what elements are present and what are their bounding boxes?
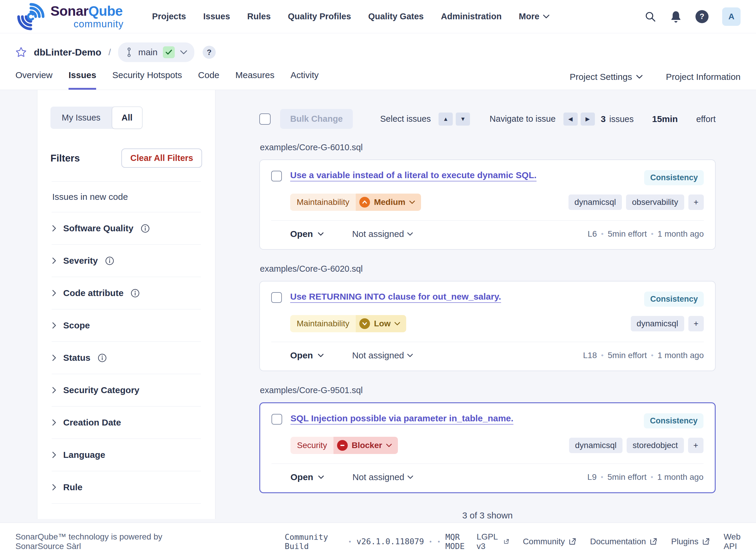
- tab-measures[interactable]: Measures: [235, 70, 274, 90]
- sonarqube-logo[interactable]: SonarQube community: [16, 1, 124, 32]
- filter-section-security-category[interactable]: Security Category: [50, 374, 202, 406]
- status-dropdown[interactable]: Open: [291, 472, 324, 482]
- issues-in-new-code[interactable]: Issues in new code: [50, 182, 202, 212]
- nav-item-quality-gates[interactable]: Quality Gates: [368, 12, 424, 21]
- issue-effort: 5min effort: [608, 351, 647, 360]
- nav-item-quality-profiles[interactable]: Quality Profiles: [288, 12, 351, 21]
- chevron-down-icon: [318, 232, 324, 236]
- info-icon: [98, 353, 107, 363]
- filter-section-scope[interactable]: Scope: [50, 309, 202, 341]
- consistency-badge: Consistency: [644, 170, 704, 185]
- tag-dynamicsql[interactable]: dynamicsql: [568, 195, 622, 210]
- branch-icon: [125, 47, 133, 57]
- toggle-all[interactable]: All: [112, 106, 142, 129]
- branch-selector[interactable]: main: [118, 42, 194, 62]
- select-previous-button[interactable]: ▲: [439, 113, 453, 126]
- nav-item-rules[interactable]: Rules: [247, 12, 271, 21]
- nav-item-administration[interactable]: Administration: [441, 12, 502, 21]
- issue-line[interactable]: L6: [588, 229, 597, 239]
- chevron-down-icon: [407, 232, 413, 236]
- filter-section-code-attribute[interactable]: Code attribute: [50, 277, 202, 309]
- tab-activity[interactable]: Activity: [291, 70, 319, 90]
- footer-link-web-api[interactable]: Web API: [724, 532, 740, 551]
- tag-observability[interactable]: observability: [626, 195, 684, 210]
- issue-card[interactable]: Use RETURNING INTO clause for out_new_sa…: [259, 281, 716, 371]
- issue-line[interactable]: L18: [583, 351, 597, 360]
- issue-checkbox[interactable]: [271, 171, 282, 181]
- issue-effort: 5min effort: [608, 229, 647, 239]
- footer-link-documentation[interactable]: Documentation: [590, 537, 657, 546]
- tab-security-hotspots[interactable]: Security Hotspots: [112, 70, 182, 90]
- status-dropdown[interactable]: Open: [290, 229, 324, 239]
- search-icon[interactable]: [645, 11, 656, 23]
- bulk-change-button[interactable]: Bulk Change: [280, 109, 353, 129]
- results-summary: 3 of 3 shown: [259, 511, 716, 521]
- clear-all-filters-button[interactable]: Clear All Filters: [121, 148, 202, 168]
- issue-title-link[interactable]: Use RETURNING INTO clause for out_new_sa…: [290, 292, 636, 302]
- issue-title-link[interactable]: Use a variable instead of a literal to e…: [290, 170, 636, 180]
- nav-item-issues[interactable]: Issues: [203, 12, 230, 21]
- tag-storedobject[interactable]: storedobject: [627, 438, 684, 453]
- avatar[interactable]: A: [722, 7, 740, 26]
- filter-section-software-quality[interactable]: Software Quality: [50, 212, 202, 244]
- issue-line[interactable]: L9: [587, 473, 597, 482]
- tag-dynamicsql[interactable]: dynamicsql: [631, 316, 684, 332]
- effort-value: 15min: [652, 114, 678, 124]
- footer-link-lgpl-v3[interactable]: LGPL v3: [477, 532, 509, 551]
- issue-card[interactable]: SQL Injection possible via parameter in_…: [259, 402, 716, 493]
- file-path: examples/Core-G-6020.sql: [260, 264, 716, 274]
- issues-toolbar: Bulk Change Select issues ▲ ▼ Navigate t…: [259, 109, 716, 129]
- project-settings-button[interactable]: Project Settings: [570, 72, 643, 82]
- select-next-button[interactable]: ▼: [456, 113, 470, 126]
- tab-issues[interactable]: Issues: [68, 70, 96, 90]
- severity-dropdown[interactable]: Blocker: [334, 437, 398, 454]
- notifications-bell-icon[interactable]: [670, 11, 682, 23]
- tab-code[interactable]: Code: [198, 70, 219, 90]
- nav-item-projects[interactable]: Projects: [152, 12, 186, 21]
- assignee-dropdown[interactable]: Not assigned: [352, 351, 413, 360]
- add-tag-button[interactable]: +: [688, 316, 704, 332]
- issue-checkbox[interactable]: [272, 414, 282, 425]
- branch-help-icon[interactable]: ?: [203, 46, 216, 59]
- project-information-button[interactable]: Project Information: [666, 72, 740, 82]
- add-tag-button[interactable]: +: [688, 438, 704, 453]
- chevron-down-icon: [318, 354, 324, 358]
- navigate-next-button[interactable]: ▶: [581, 113, 595, 126]
- project-name[interactable]: dbLinter-Demo: [34, 47, 102, 58]
- sonarqube-swirl-icon: [16, 1, 46, 32]
- add-tag-button[interactable]: +: [688, 195, 704, 210]
- issues-main: Bulk Change Select issues ▲ ▼ Navigate t…: [215, 90, 756, 523]
- filter-section-creation-date[interactable]: Creation Date: [50, 406, 202, 439]
- external-link-icon: [650, 537, 657, 545]
- build-mode: MQR MODE: [445, 533, 477, 551]
- brand-subtitle: community: [50, 19, 124, 29]
- tab-overview[interactable]: Overview: [16, 70, 52, 90]
- help-icon[interactable]: ?: [695, 10, 709, 23]
- severity-dropdown[interactable]: Low: [356, 315, 406, 332]
- filter-section-status[interactable]: Status: [50, 342, 202, 374]
- issue-card[interactable]: Use a variable instead of a literal to e…: [259, 159, 716, 250]
- navigate-previous-button[interactable]: ◀: [563, 113, 578, 126]
- filters-sidebar: My Issues All Filters Clear All Filters …: [37, 90, 215, 519]
- filter-section-rule[interactable]: Rule: [50, 471, 202, 503]
- filter-section-severity[interactable]: Severity: [50, 245, 202, 277]
- assignee-dropdown[interactable]: Not assigned: [352, 229, 413, 239]
- favorite-star-icon[interactable]: [16, 47, 27, 58]
- filter-section-language[interactable]: Language: [50, 439, 202, 471]
- issue-checkbox[interactable]: [271, 292, 282, 303]
- toggle-my-issues[interactable]: My Issues: [50, 107, 112, 128]
- nav-item-more[interactable]: More: [519, 12, 549, 21]
- severity-dropdown[interactable]: Medium: [356, 194, 421, 211]
- issues-count-label: issues: [609, 114, 634, 124]
- select-all-checkbox[interactable]: [259, 114, 271, 125]
- issue-title-link[interactable]: SQL Injection possible via parameter in_…: [291, 413, 635, 423]
- effort-label: effort: [696, 114, 716, 124]
- footer-link-community[interactable]: Community: [523, 537, 576, 546]
- chevron-down-icon: [318, 475, 324, 479]
- chevron-down-icon: [636, 75, 643, 79]
- status-dropdown[interactable]: Open: [290, 351, 324, 360]
- footer-link-plugins[interactable]: Plugins: [671, 537, 710, 546]
- project-header: dbLinter-Demo / main ? OverviewIssuesSec…: [0, 33, 756, 90]
- assignee-dropdown[interactable]: Not assigned: [353, 472, 413, 482]
- tag-dynamicsql[interactable]: dynamicsql: [569, 438, 623, 453]
